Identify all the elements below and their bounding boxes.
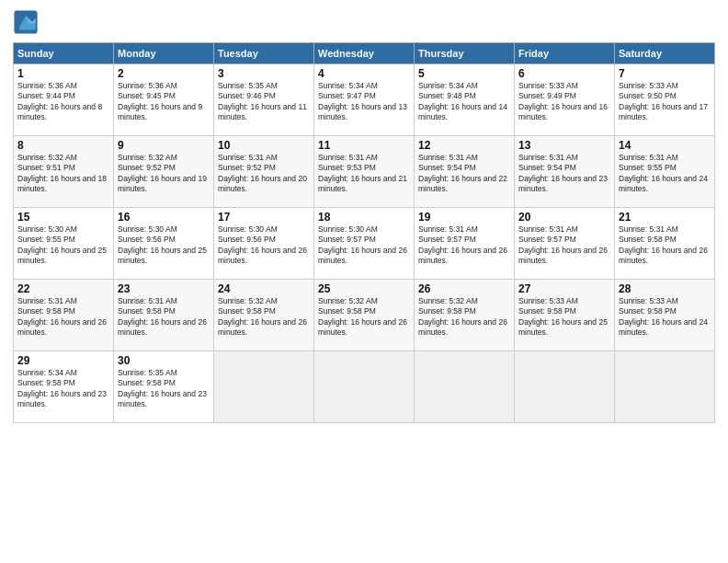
col-header-friday: Friday bbox=[515, 43, 615, 64]
table-row: 8 Sunrise: 5:32 AMSunset: 9:51 PMDayligh… bbox=[14, 136, 114, 208]
day-info: Sunrise: 5:32 AMSunset: 9:58 PMDaylight:… bbox=[218, 296, 307, 337]
day-info: Sunrise: 5:30 AMSunset: 9:56 PMDaylight:… bbox=[118, 224, 207, 265]
day-info: Sunrise: 5:35 AMSunset: 9:46 PMDaylight:… bbox=[218, 81, 307, 121]
day-number: 1 bbox=[17, 67, 109, 80]
day-number: 16 bbox=[118, 211, 210, 224]
day-info: Sunrise: 5:31 AMSunset: 9:55 PMDaylight:… bbox=[619, 153, 708, 193]
day-number: 9 bbox=[118, 139, 210, 152]
day-info: Sunrise: 5:30 AMSunset: 9:57 PMDaylight:… bbox=[318, 224, 407, 265]
table-row bbox=[415, 351, 515, 423]
day-number: 18 bbox=[318, 211, 410, 224]
table-row: 26 Sunrise: 5:32 AMSunset: 9:58 PMDaylig… bbox=[415, 280, 515, 351]
day-info: Sunrise: 5:32 AMSunset: 9:58 PMDaylight:… bbox=[418, 296, 507, 337]
table-row: 30 Sunrise: 5:35 AMSunset: 9:58 PMDaylig… bbox=[114, 351, 214, 423]
table-row: 19 Sunrise: 5:31 AMSunset: 9:57 PMDaylig… bbox=[415, 208, 515, 280]
day-info: Sunrise: 5:32 AMSunset: 9:58 PMDaylight:… bbox=[318, 296, 407, 337]
day-info: Sunrise: 5:31 AMSunset: 9:54 PMDaylight:… bbox=[418, 153, 507, 193]
table-row: 6 Sunrise: 5:33 AMSunset: 9:49 PMDayligh… bbox=[515, 64, 615, 136]
col-header-wednesday: Wednesday bbox=[314, 43, 415, 64]
day-number: 6 bbox=[518, 67, 610, 80]
table-row: 14 Sunrise: 5:31 AMSunset: 9:55 PMDaylig… bbox=[615, 136, 715, 208]
calendar-week-row: 22 Sunrise: 5:31 AMSunset: 9:58 PMDaylig… bbox=[14, 280, 715, 351]
table-row bbox=[615, 351, 715, 423]
day-number: 24 bbox=[218, 282, 310, 295]
calendar-week-row: 15 Sunrise: 5:30 AMSunset: 9:55 PMDaylig… bbox=[14, 208, 715, 280]
table-row: 27 Sunrise: 5:33 AMSunset: 9:58 PMDaylig… bbox=[515, 280, 615, 351]
header bbox=[13, 9, 715, 35]
day-number: 14 bbox=[619, 139, 711, 152]
day-number: 20 bbox=[518, 211, 610, 224]
day-info: Sunrise: 5:31 AMSunset: 9:57 PMDaylight:… bbox=[418, 224, 507, 265]
col-header-tuesday: Tuesday bbox=[214, 43, 314, 64]
table-row: 25 Sunrise: 5:32 AMSunset: 9:58 PMDaylig… bbox=[314, 280, 415, 351]
table-row: 7 Sunrise: 5:33 AMSunset: 9:50 PMDayligh… bbox=[615, 64, 715, 136]
table-row: 18 Sunrise: 5:30 AMSunset: 9:57 PMDaylig… bbox=[314, 208, 415, 280]
day-number: 19 bbox=[418, 211, 510, 224]
day-number: 7 bbox=[619, 67, 711, 80]
logo bbox=[13, 9, 40, 35]
table-row: 15 Sunrise: 5:30 AMSunset: 9:55 PMDaylig… bbox=[14, 208, 114, 280]
table-row: 17 Sunrise: 5:30 AMSunset: 9:56 PMDaylig… bbox=[214, 208, 314, 280]
table-row: 10 Sunrise: 5:31 AMSunset: 9:52 PMDaylig… bbox=[214, 136, 314, 208]
day-info: Sunrise: 5:33 AMSunset: 9:50 PMDaylight:… bbox=[619, 81, 708, 121]
day-number: 5 bbox=[418, 67, 510, 80]
day-info: Sunrise: 5:34 AMSunset: 9:58 PMDaylight:… bbox=[17, 368, 107, 408]
day-number: 12 bbox=[418, 139, 510, 152]
table-row: 5 Sunrise: 5:34 AMSunset: 9:48 PMDayligh… bbox=[415, 64, 515, 136]
day-info: Sunrise: 5:31 AMSunset: 9:53 PMDaylight:… bbox=[318, 153, 407, 193]
table-row: 11 Sunrise: 5:31 AMSunset: 9:53 PMDaylig… bbox=[314, 136, 415, 208]
day-number: 11 bbox=[318, 139, 410, 152]
table-row: 20 Sunrise: 5:31 AMSunset: 9:57 PMDaylig… bbox=[515, 208, 615, 280]
col-header-sunday: Sunday bbox=[14, 43, 114, 64]
table-row bbox=[515, 351, 615, 423]
day-info: Sunrise: 5:34 AMSunset: 9:48 PMDaylight:… bbox=[418, 81, 507, 121]
table-row: 23 Sunrise: 5:31 AMSunset: 9:58 PMDaylig… bbox=[114, 280, 214, 351]
table-row: 12 Sunrise: 5:31 AMSunset: 9:54 PMDaylig… bbox=[415, 136, 515, 208]
day-number: 10 bbox=[218, 139, 310, 152]
table-row: 24 Sunrise: 5:32 AMSunset: 9:58 PMDaylig… bbox=[214, 280, 314, 351]
day-info: Sunrise: 5:36 AMSunset: 9:44 PMDaylight:… bbox=[17, 81, 102, 121]
day-info: Sunrise: 5:35 AMSunset: 9:58 PMDaylight:… bbox=[118, 368, 207, 408]
day-number: 25 bbox=[318, 282, 410, 295]
day-number: 26 bbox=[418, 282, 510, 295]
col-header-saturday: Saturday bbox=[615, 43, 715, 64]
table-row: 22 Sunrise: 5:31 AMSunset: 9:58 PMDaylig… bbox=[14, 280, 114, 351]
day-number: 4 bbox=[318, 67, 410, 80]
table-row: 21 Sunrise: 5:31 AMSunset: 9:58 PMDaylig… bbox=[615, 208, 715, 280]
calendar-week-row: 1 Sunrise: 5:36 AMSunset: 9:44 PMDayligh… bbox=[14, 64, 715, 136]
day-info: Sunrise: 5:31 AMSunset: 9:54 PMDaylight:… bbox=[518, 153, 608, 193]
col-header-monday: Monday bbox=[114, 43, 214, 64]
day-number: 28 bbox=[619, 282, 711, 295]
calendar: SundayMondayTuesdayWednesdayThursdayFrid… bbox=[13, 42, 715, 423]
day-number: 23 bbox=[118, 282, 210, 295]
logo-icon bbox=[13, 9, 39, 35]
day-info: Sunrise: 5:31 AMSunset: 9:58 PMDaylight:… bbox=[118, 296, 207, 337]
table-row: 4 Sunrise: 5:34 AMSunset: 9:47 PMDayligh… bbox=[314, 64, 415, 136]
day-number: 30 bbox=[118, 354, 210, 367]
day-info: Sunrise: 5:33 AMSunset: 9:58 PMDaylight:… bbox=[619, 296, 708, 337]
day-number: 21 bbox=[619, 211, 711, 224]
day-number: 2 bbox=[118, 67, 210, 80]
day-info: Sunrise: 5:36 AMSunset: 9:45 PMDaylight:… bbox=[118, 81, 202, 121]
table-row: 9 Sunrise: 5:32 AMSunset: 9:52 PMDayligh… bbox=[114, 136, 214, 208]
table-row: 2 Sunrise: 5:36 AMSunset: 9:45 PMDayligh… bbox=[114, 64, 214, 136]
table-row: 28 Sunrise: 5:33 AMSunset: 9:58 PMDaylig… bbox=[615, 280, 715, 351]
day-info: Sunrise: 5:32 AMSunset: 9:51 PMDaylight:… bbox=[17, 153, 107, 193]
table-row: 1 Sunrise: 5:36 AMSunset: 9:44 PMDayligh… bbox=[14, 64, 114, 136]
day-info: Sunrise: 5:31 AMSunset: 9:58 PMDaylight:… bbox=[17, 296, 107, 337]
table-row: 29 Sunrise: 5:34 AMSunset: 9:58 PMDaylig… bbox=[14, 351, 114, 423]
day-number: 15 bbox=[17, 211, 109, 224]
table-row: 16 Sunrise: 5:30 AMSunset: 9:56 PMDaylig… bbox=[114, 208, 214, 280]
day-number: 27 bbox=[518, 282, 610, 295]
page: SundayMondayTuesdayWednesdayThursdayFrid… bbox=[0, 0, 728, 563]
table-row bbox=[214, 351, 314, 423]
day-number: 3 bbox=[218, 67, 310, 80]
table-row: 3 Sunrise: 5:35 AMSunset: 9:46 PMDayligh… bbox=[214, 64, 314, 136]
day-number: 13 bbox=[518, 139, 610, 152]
day-info: Sunrise: 5:31 AMSunset: 9:52 PMDaylight:… bbox=[218, 153, 307, 193]
day-info: Sunrise: 5:32 AMSunset: 9:52 PMDaylight:… bbox=[118, 153, 207, 193]
day-info: Sunrise: 5:31 AMSunset: 9:58 PMDaylight:… bbox=[619, 224, 708, 265]
day-info: Sunrise: 5:33 AMSunset: 9:49 PMDaylight:… bbox=[518, 81, 608, 121]
table-row: 13 Sunrise: 5:31 AMSunset: 9:54 PMDaylig… bbox=[515, 136, 615, 208]
day-info: Sunrise: 5:33 AMSunset: 9:58 PMDaylight:… bbox=[518, 296, 608, 337]
